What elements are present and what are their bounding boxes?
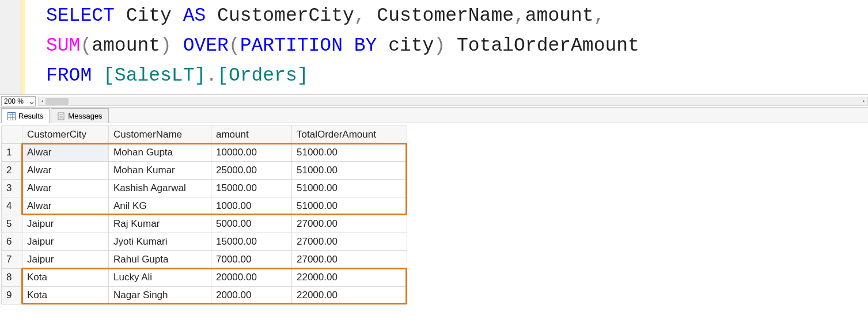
document-icon — [57, 112, 65, 120]
scroll-left-icon[interactable]: ◂ — [39, 97, 46, 105]
cell[interactable]: 51000.00 — [292, 144, 407, 162]
tab-results[interactable]: Results — [1, 108, 50, 123]
scrollbar-thumb[interactable] — [46, 98, 69, 105]
code-token: FROM — [46, 65, 92, 86]
grid-corner[interactable] — [2, 126, 22, 144]
cell[interactable]: Jaipur — [22, 233, 109, 251]
cell[interactable]: Anil KG — [109, 197, 211, 215]
cell[interactable]: 7000.00 — [211, 251, 292, 269]
cell[interactable]: 2000.00 — [211, 287, 292, 304]
code-token — [172, 35, 183, 56]
cell[interactable]: Alwar — [22, 162, 109, 180]
code-token: City — [126, 5, 172, 26]
results-grid[interactable]: CustomerCityCustomerNameamountTotalOrder… — [1, 125, 407, 304]
cell[interactable]: Mohan Gupta — [109, 144, 211, 162]
row-number[interactable]: 5 — [2, 215, 22, 233]
code-token — [343, 35, 354, 56]
column-header[interactable]: CustomerName — [109, 126, 211, 144]
code-token: , — [594, 5, 605, 26]
row-number[interactable]: 6 — [2, 233, 22, 251]
row-number[interactable]: 7 — [2, 251, 22, 269]
cell[interactable]: Alwar — [22, 197, 109, 215]
svg-rect-0 — [8, 112, 16, 120]
cell[interactable]: 51000.00 — [292, 162, 407, 180]
code-token — [172, 5, 183, 26]
table-row[interactable]: 2AlwarMohan Kumar25000.0051000.00 — [2, 162, 407, 180]
code-token: . — [206, 65, 217, 86]
column-header[interactable]: TotalOrderAmount — [292, 126, 407, 144]
cell[interactable]: Jaipur — [22, 215, 109, 233]
table-row[interactable]: 5JaipurRaj Kumar5000.0027000.00 — [2, 215, 407, 233]
cell[interactable]: 27000.00 — [292, 251, 407, 269]
row-number[interactable]: 4 — [2, 197, 22, 215]
row-number[interactable]: 9 — [2, 287, 22, 304]
cell[interactable]: 25000.00 — [211, 162, 292, 180]
row-number[interactable]: 8 — [2, 269, 22, 287]
cell[interactable]: Lucky Ali — [109, 269, 211, 287]
code-token: TotalOrderAmount — [457, 35, 639, 56]
row-number[interactable]: 1 — [2, 144, 22, 162]
zoom-dropdown[interactable]: 200 % — [1, 96, 36, 106]
cell[interactable]: 20000.00 — [211, 269, 292, 287]
code-token: [Orders] — [217, 65, 308, 86]
cell[interactable]: Rahul Gupta — [109, 251, 211, 269]
scroll-right-icon[interactable]: ▸ — [861, 97, 867, 105]
code-token: [SalesLT] — [103, 65, 206, 86]
code-token: ) — [434, 35, 445, 56]
code-token — [92, 65, 103, 86]
cell[interactable]: 5000.00 — [211, 215, 292, 233]
row-number[interactable]: 2 — [2, 162, 22, 180]
code-token: , — [514, 5, 525, 26]
code-token: AS — [183, 5, 206, 26]
cell[interactable]: Raj Kumar — [109, 215, 211, 233]
sql-editor[interactable]: SELECT City AS CustomerCity, CustomerNam… — [0, 0, 868, 94]
code-token: OVER — [183, 35, 229, 56]
cell[interactable]: Jyoti Kumari — [109, 233, 211, 251]
cell[interactable]: Nagar Singh — [109, 287, 211, 304]
code-token: amount — [525, 5, 594, 26]
zoom-value: 200 % — [4, 97, 24, 105]
table-row[interactable]: 4AlwarAnil KG1000.0051000.00 — [2, 197, 407, 215]
code-token: amount — [92, 35, 160, 56]
table-row[interactable]: 9KotaNagar Singh2000.0022000.00 — [2, 287, 407, 304]
cell[interactable]: 27000.00 — [292, 215, 407, 233]
editor-change-marker — [21, 0, 25, 94]
column-header[interactable]: CustomerCity — [22, 126, 109, 144]
code-token: , — [354, 5, 366, 26]
code-token: SUM — [46, 35, 80, 56]
cell[interactable]: 51000.00 — [292, 197, 407, 215]
code-token: city — [388, 35, 434, 56]
table-row[interactable]: 8KotaLucky Ali20000.0022000.00 — [2, 269, 407, 287]
result-tabs: Results Messages — [0, 107, 868, 123]
code-token: ( — [80, 35, 92, 56]
cell[interactable]: 51000.00 — [292, 180, 407, 197]
cell[interactable]: 15000.00 — [211, 180, 292, 197]
code-token — [115, 5, 126, 26]
table-row[interactable]: 3AlwarKashish Agarwal15000.0051000.00 — [2, 180, 407, 197]
cell[interactable]: Kota — [22, 287, 109, 304]
tab-messages[interactable]: Messages — [51, 108, 108, 123]
cell[interactable]: 27000.00 — [292, 233, 407, 251]
cell[interactable]: Jaipur — [22, 251, 109, 269]
code-token — [366, 5, 377, 26]
cell[interactable]: 10000.00 — [211, 144, 292, 162]
cell[interactable]: Mohan Kumar — [109, 162, 211, 180]
cell[interactable]: Kashish Agarwal — [109, 180, 211, 197]
code-token — [377, 35, 388, 56]
cell[interactable]: Kota — [22, 269, 109, 287]
horizontal-scrollbar[interactable]: ◂ ▸ — [38, 97, 868, 106]
table-row[interactable]: 6JaipurJyoti Kumari15000.0027000.00 — [2, 233, 407, 251]
sql-code[interactable]: SELECT City AS CustomerCity, CustomerNam… — [46, 1, 639, 91]
cell[interactable]: 22000.00 — [292, 287, 407, 304]
row-number[interactable]: 3 — [2, 180, 22, 197]
cell[interactable]: 15000.00 — [211, 233, 292, 251]
cell[interactable]: 22000.00 — [292, 269, 407, 287]
table-row[interactable]: 1AlwarMohan Gupta10000.0051000.00 — [2, 144, 407, 162]
column-header[interactable]: amount — [211, 126, 292, 144]
cell[interactable]: Alwar — [22, 180, 109, 197]
chevron-down-icon — [29, 99, 34, 104]
code-token: PARTITION — [240, 35, 343, 56]
cell[interactable]: Alwar — [22, 144, 109, 162]
cell[interactable]: 1000.00 — [211, 197, 292, 215]
table-row[interactable]: 7JaipurRahul Gupta7000.0027000.00 — [2, 251, 407, 269]
